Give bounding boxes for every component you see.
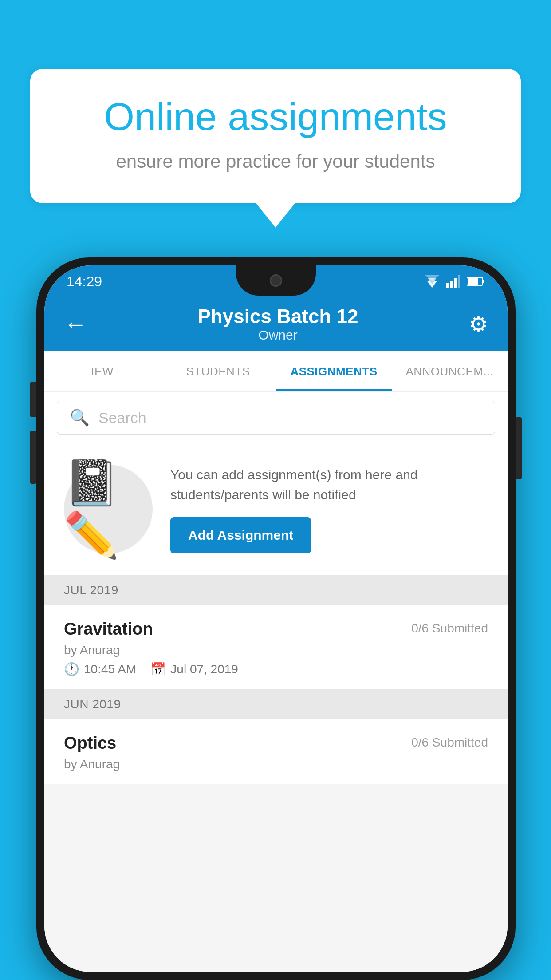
speech-bubble-title: Online assignments xyxy=(66,95,485,138)
assignment-row-top: Gravitation 0/6 Submitted xyxy=(64,620,488,639)
status-bar: 14:29 xyxy=(44,265,508,297)
calendar-icon: 📅 xyxy=(150,662,166,676)
phone-frame: 14:29 xyxy=(36,257,516,980)
search-icon: 🔍 xyxy=(70,408,90,427)
tab-assignments[interactable]: ASSIGNMENTS xyxy=(276,351,392,391)
phone-screen: 14:29 xyxy=(44,265,508,972)
search-bar[interactable]: 🔍 Search xyxy=(57,401,495,435)
speech-bubble-container: Online assignments ensure more practice … xyxy=(30,69,521,228)
empty-state-text: You can add assignment(s) from here and … xyxy=(170,465,488,553)
header-title: Physics Batch 12 xyxy=(198,305,358,328)
svg-rect-6 xyxy=(458,275,460,288)
front-camera xyxy=(270,274,282,287)
assignment-time: 🕐 10:45 AM xyxy=(64,662,136,676)
speech-bubble-arrow xyxy=(256,203,295,228)
tabs-container: IEW STUDENTS ASSIGNMENTS ANNOUNCEM... xyxy=(44,351,508,392)
section-header-jun: JUN 2019 xyxy=(44,689,508,719)
assignment-meta-row: 🕐 10:45 AM 📅 Jul 07, 2019 xyxy=(64,662,488,676)
power-button[interactable] xyxy=(516,417,522,479)
assignment-item-optics[interactable]: Optics 0/6 Submitted by Anurag xyxy=(44,719,508,784)
speech-bubble: Online assignments ensure more practice … xyxy=(30,69,521,203)
header-subtitle: Owner xyxy=(198,328,358,343)
svg-rect-4 xyxy=(450,281,453,288)
assignment-row-top-optics: Optics 0/6 Submitted xyxy=(64,734,488,753)
settings-icon[interactable]: ⚙ xyxy=(469,312,488,336)
volume-up-button[interactable] xyxy=(30,382,36,417)
speech-bubble-subtitle: ensure more practice for your students xyxy=(66,151,485,172)
signal-icon xyxy=(446,275,460,288)
app-header: ← Physics Batch 12 Owner ⚙ xyxy=(44,297,508,351)
wifi-icon xyxy=(424,275,440,288)
svg-rect-9 xyxy=(468,278,478,285)
tab-students[interactable]: STUDENTS xyxy=(160,351,276,391)
content-area: 🔍 Search 📓✏️ You can add assignment(s) f… xyxy=(44,392,508,972)
assignment-item-gravitation[interactable]: Gravitation 0/6 Submitted by Anurag 🕐 10… xyxy=(44,605,508,689)
assignment-submitted-optics: 0/6 Submitted xyxy=(411,735,488,750)
empty-state-card: 📓✏️ You can add assignment(s) from here … xyxy=(44,443,508,575)
assignment-name-optics: Optics xyxy=(64,734,116,753)
header-center: Physics Batch 12 Owner xyxy=(198,305,358,343)
tab-iew[interactable]: IEW xyxy=(44,351,160,391)
empty-state-icon-circle: 📓✏️ xyxy=(64,465,153,553)
status-time: 14:29 xyxy=(67,273,102,290)
empty-state-description: You can add assignment(s) from here and … xyxy=(170,465,488,505)
section-header-jul: JUL 2019 xyxy=(44,575,508,605)
assignment-submitted: 0/6 Submitted xyxy=(411,621,488,636)
search-placeholder: Search xyxy=(98,409,146,427)
assignment-author-optics: by Anurag xyxy=(64,757,488,771)
volume-down-button[interactable] xyxy=(30,431,36,484)
assignment-author: by Anurag xyxy=(64,643,488,657)
clock-icon: 🕐 xyxy=(64,662,79,676)
svg-rect-8 xyxy=(483,280,484,283)
status-icons xyxy=(424,275,485,288)
back-button[interactable]: ← xyxy=(64,311,87,337)
battery-icon xyxy=(467,277,485,286)
add-assignment-button[interactable]: Add Assignment xyxy=(170,517,311,553)
svg-marker-2 xyxy=(425,275,439,281)
notebook-icon: 📓✏️ xyxy=(64,457,153,561)
svg-rect-3 xyxy=(446,283,449,288)
assignment-name: Gravitation xyxy=(64,620,153,639)
svg-rect-5 xyxy=(454,278,457,288)
assignment-date: 📅 Jul 07, 2019 xyxy=(150,662,238,676)
search-container: 🔍 Search xyxy=(44,392,508,443)
tab-announcements[interactable]: ANNOUNCEM... xyxy=(392,351,508,391)
notch xyxy=(236,265,316,296)
